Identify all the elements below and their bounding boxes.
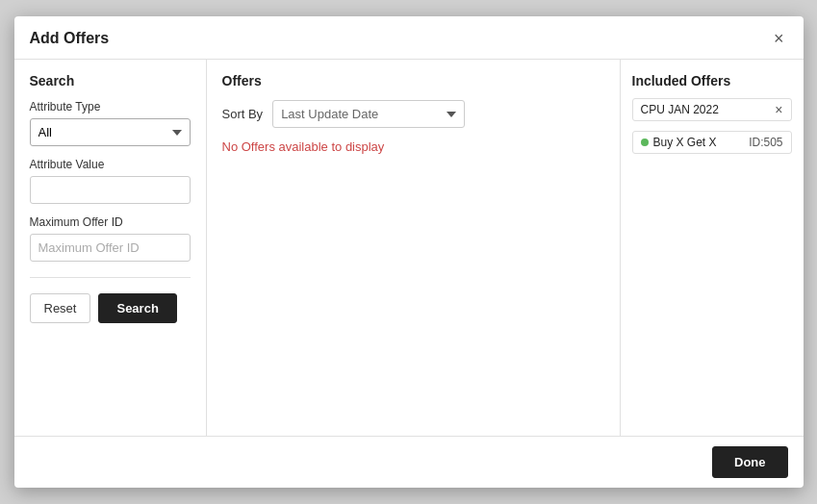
offers-panel: Offers Sort By Last Update Date Offer ID…: [207, 60, 621, 436]
modal-title: Add Offers: [30, 30, 110, 47]
divider: [30, 277, 191, 278]
sort-row: Sort By Last Update Date Offer ID Name: [222, 100, 604, 128]
attribute-value-label: Attribute Value: [30, 158, 191, 171]
attribute-type-label: Attribute Type: [30, 100, 191, 113]
included-offer-item-1: CPU JAN 2022 ×: [632, 98, 792, 121]
modal-footer: Done: [14, 436, 804, 488]
reset-button[interactable]: Reset: [30, 293, 91, 323]
max-offer-id-label: Maximum Offer ID: [30, 215, 191, 229]
max-offer-id-group: Maximum Offer ID: [30, 215, 191, 262]
attribute-type-group: Attribute Type All Type 1 Type 2: [30, 100, 191, 146]
included-offer-name-2: Buy X Get X: [653, 136, 717, 149]
done-button[interactable]: Done: [712, 446, 788, 478]
add-offers-modal: Add Offers × Search Attribute Type All T…: [14, 16, 804, 488]
max-offer-id-input[interactable]: [30, 234, 191, 262]
attribute-value-group: Attribute Value: [30, 158, 191, 204]
included-offer-item-2: Buy X Get X ID:505: [632, 131, 792, 154]
offers-panel-title: Offers: [222, 73, 604, 88]
modal-body: Search Attribute Type All Type 1 Type 2 …: [14, 60, 804, 436]
included-offer-name-1: CPU JAN 2022: [641, 103, 719, 116]
offer-dot-icon: Buy X Get X: [641, 136, 717, 149]
attribute-value-input[interactable]: [30, 176, 191, 204]
included-offer-id-2: ID:505: [749, 136, 782, 149]
remove-offer-1-button[interactable]: ×: [775, 103, 782, 116]
search-panel: Search Attribute Type All Type 1 Type 2 …: [14, 60, 207, 436]
sort-by-label: Sort By: [222, 107, 264, 121]
search-button[interactable]: Search: [98, 293, 176, 323]
sort-by-select[interactable]: Last Update Date Offer ID Name: [272, 100, 465, 128]
included-offers-panel: Included Offers CPU JAN 2022 × Buy X Get…: [621, 60, 804, 436]
modal-header: Add Offers ×: [14, 16, 804, 60]
included-offers-title: Included Offers: [632, 73, 792, 88]
search-buttons: Reset Search: [30, 293, 191, 323]
search-panel-title: Search: [30, 73, 191, 88]
offer-active-indicator: [641, 139, 649, 146]
close-button[interactable]: ×: [770, 28, 788, 49]
attribute-type-select[interactable]: All Type 1 Type 2: [30, 118, 191, 146]
no-offers-text: No Offers available to display: [222, 139, 604, 154]
modal-overlay: Add Offers × Search Attribute Type All T…: [0, 0, 817, 504]
